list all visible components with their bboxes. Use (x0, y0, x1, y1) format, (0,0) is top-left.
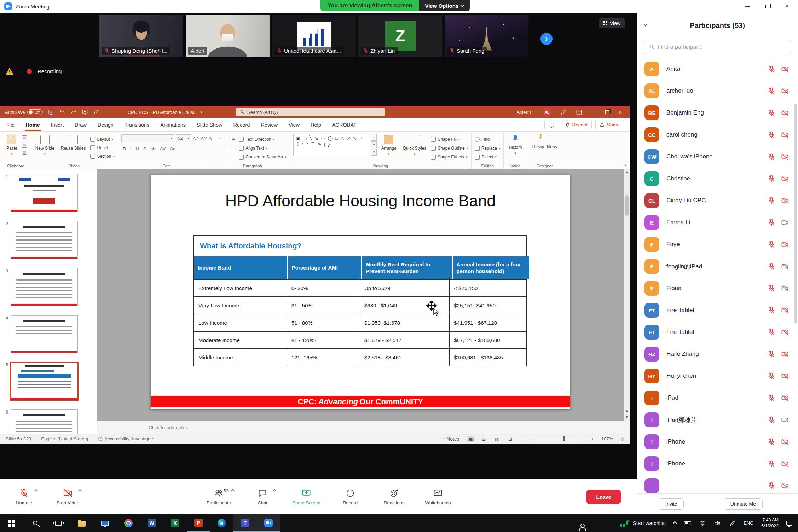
invite-button[interactable]: Invite (659, 498, 684, 510)
video-tile[interactable]: Shuping Deng (She/H... (99, 15, 183, 57)
participant-row[interactable]: CC carol cheng (637, 124, 798, 146)
user-avatar[interactable]: AL (543, 108, 551, 116)
ppt-minimize-icon[interactable] (591, 112, 596, 112)
ppt-close-icon[interactable]: ✕ (618, 109, 623, 115)
teams-button[interactable]: T (233, 514, 257, 532)
undo-icon[interactable] (59, 109, 65, 115)
notes-toggle[interactable]: ≡ Notes (440, 436, 461, 442)
ribbon-tab[interactable]: Record (233, 119, 251, 131)
autosave-toggle[interactable]: AutoSave Off (5, 109, 43, 115)
slide-sorter-icon[interactable]: ⊞ (480, 436, 488, 442)
participant-row[interactable]: AL archer luo (637, 80, 798, 102)
shape-icon[interactable]: △ (341, 135, 344, 141)
fit-to-window-icon[interactable]: ⊹ (618, 436, 626, 442)
shape-icon[interactable]: ◜ (302, 141, 304, 148)
comments-button[interactable] (544, 120, 558, 129)
shape-icon[interactable]: ◿ (347, 135, 350, 141)
slide-thumbnail[interactable]: 4 (0, 315, 97, 353)
text-direction-button[interactable]: Text Direction▾ (239, 135, 287, 143)
chevron-up-icon[interactable] (272, 489, 276, 493)
shape-icon[interactable]: ↘ (314, 135, 318, 141)
arrange-button[interactable]: Arrange▾ (380, 134, 398, 157)
ppt-restore-icon[interactable] (605, 110, 609, 114)
participant-row[interactable] (637, 475, 798, 493)
participant-row[interactable]: F Faye (637, 233, 798, 255)
slide-thumbnail[interactable]: 6 (0, 409, 97, 434)
battery-icon[interactable] (684, 521, 691, 525)
zoom-app-button[interactable] (257, 514, 280, 532)
shape-icon[interactable]: } (328, 141, 329, 148)
current-slide[interactable]: HPD Affordable Housing Income Band What … (151, 175, 570, 409)
store-app-button[interactable] (93, 514, 117, 532)
record-button[interactable]: Record (333, 488, 367, 505)
bullets-numbering-icons[interactable]: ≔ ≕ ≣ (219, 135, 236, 141)
participant-row[interactable]: FT Fire Tablet (637, 321, 798, 343)
participant-row[interactable]: HY Hui yi chen (637, 365, 798, 387)
ribbon-tab[interactable]: Transitions (124, 119, 150, 131)
shape-icon[interactable]: □ (335, 135, 338, 141)
shrink-font-icon[interactable]: A˅ (201, 136, 207, 141)
shape-icon[interactable]: ⇨ (359, 135, 363, 141)
new-slide-button[interactable]: New Slide▾ (34, 134, 56, 157)
watchlist-widget[interactable]: Start watchlist (620, 519, 666, 527)
participant-row[interactable]: I iPad鄭穗芹 (637, 409, 798, 431)
font-style-button[interactable]: AV (158, 146, 167, 151)
slide-thumbnail[interactable]: 2 (0, 221, 97, 259)
shape-icon[interactable]: ▣ (296, 135, 300, 141)
zoom-out-icon[interactable]: − (520, 436, 526, 442)
unmute-me-button[interactable]: Unmute Me (724, 498, 763, 510)
shape-icon[interactable]: ∿ (318, 141, 322, 148)
font-name-select[interactable]: ▾ (121, 134, 174, 142)
reading-view-icon[interactable]: ▥ (493, 436, 501, 442)
unmute-button[interactable]: Unmute (7, 488, 41, 505)
ppt-search-input[interactable] (247, 110, 381, 115)
ribbon-tab[interactable]: View (288, 119, 300, 131)
pen-mode-icon[interactable] (93, 109, 99, 115)
notes-pane[interactable]: Click to add notes (97, 421, 630, 434)
participant-row[interactable]: E Emma Li (637, 212, 798, 233)
alignment-icons[interactable]: ≡ ≡ ≡ ≡ (219, 144, 236, 150)
ribbon-tab[interactable]: Draw (74, 119, 87, 131)
section-button[interactable]: Section▾ (90, 152, 115, 160)
paste-button[interactable]: Paste▾ (5, 134, 19, 157)
chrome-button[interactable] (117, 514, 140, 532)
slideshow-view-icon[interactable]: ⊡ (507, 436, 514, 442)
chevron-up-icon[interactable] (34, 489, 38, 493)
next-slide-icon[interactable]: ▼ (625, 415, 629, 419)
participant-row[interactable]: CL Cindy Liu CPC (637, 190, 798, 212)
font-style-button[interactable]: I (129, 146, 133, 151)
copy-icon[interactable] (22, 143, 27, 148)
participant-search-box[interactable] (644, 40, 791, 54)
participant-row[interactable]: F Fiona (637, 277, 798, 299)
design-ideas-button[interactable]: Design Ideas (531, 134, 559, 150)
ribbon-tab[interactable]: Help (310, 119, 322, 131)
font-style-button[interactable]: ab (149, 146, 157, 151)
participant-search-input[interactable] (658, 44, 786, 50)
task-view-button[interactable] (47, 514, 70, 532)
participant-row[interactable]: HZ Haile Zhang (637, 343, 798, 365)
align-text-button[interactable]: Align Text▾ (239, 144, 287, 152)
start-slideshow-icon[interactable] (82, 109, 88, 115)
close-icon[interactable]: × (785, 3, 789, 10)
clock[interactable]: 7:43 AM 6/1/2022 (761, 517, 779, 529)
participants-button[interactable]: Participants 53 (202, 488, 236, 505)
edge-button[interactable]: e (210, 514, 233, 532)
convert-smartart-button[interactable]: Convert to SmartArt▾ (239, 153, 287, 161)
ppt-search-box[interactable] (236, 108, 385, 116)
ppt-share-button[interactable]: Share (595, 120, 624, 129)
shape-effects-button[interactable]: Shape Effects▾ (431, 153, 468, 161)
view-layout-button[interactable]: View (599, 18, 625, 28)
font-style-button[interactable]: U (134, 146, 140, 151)
participant-row[interactable]: I iPhone (637, 431, 798, 453)
ribbon-tab[interactable]: Insert (50, 119, 64, 131)
wifi-icon[interactable] (699, 520, 706, 527)
slide-thumbnail[interactable]: 3 (0, 268, 97, 306)
participant-row[interactable]: C Christine (637, 168, 798, 190)
ribbon-tab[interactable]: Home (25, 119, 40, 131)
font-style-button[interactable]: S (142, 146, 148, 151)
start-video-button[interactable]: Start Video (51, 488, 85, 505)
font-style-button[interactable]: Aa (168, 146, 177, 151)
chevron-up-icon[interactable] (78, 489, 82, 493)
shape-icon[interactable]: { (324, 141, 325, 148)
ribbon-tab[interactable]: Slide Show (196, 119, 223, 131)
